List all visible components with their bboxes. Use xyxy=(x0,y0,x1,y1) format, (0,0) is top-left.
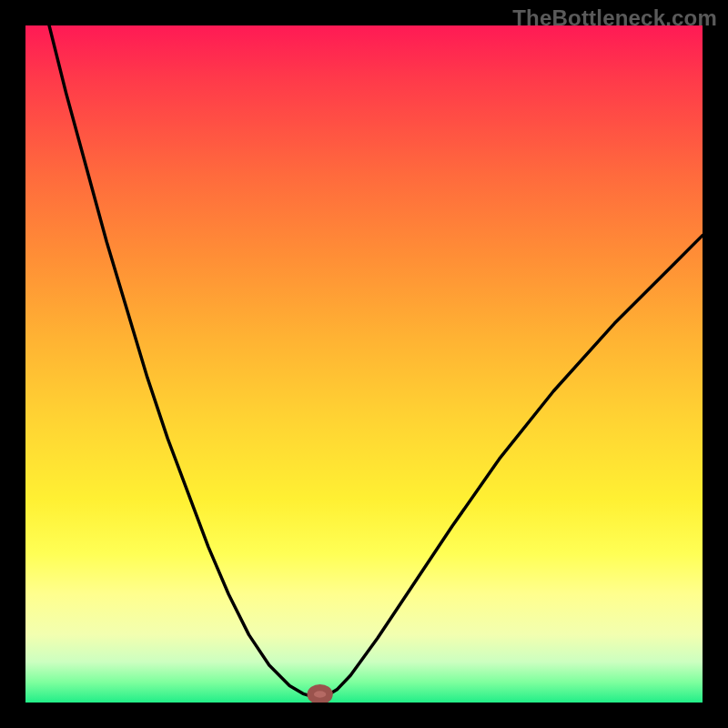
chart-container: TheBottleneck.com xyxy=(0,0,728,728)
plot-area xyxy=(25,25,703,703)
curve-svg xyxy=(25,25,703,703)
bottleneck-curve xyxy=(25,25,703,696)
minimum-marker xyxy=(310,688,329,702)
